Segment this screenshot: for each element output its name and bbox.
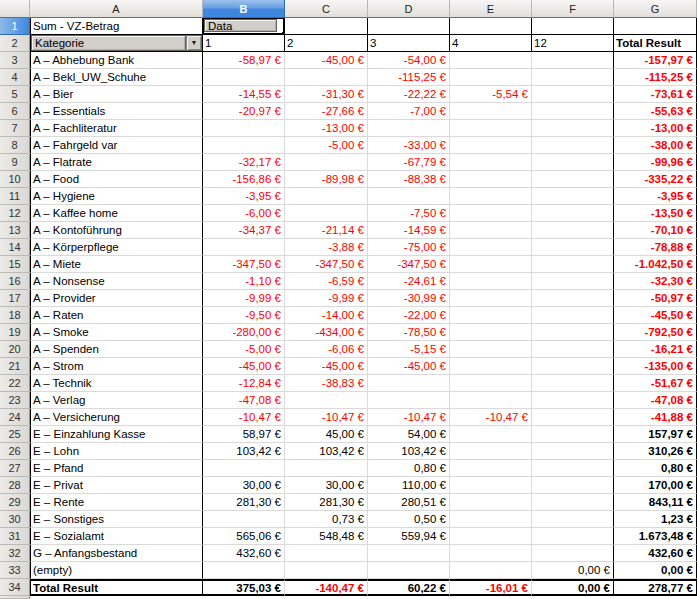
value-cell[interactable]: -7,00 € — [368, 103, 450, 120]
row-header-25[interactable]: 25 — [0, 426, 30, 443]
category-label-cell[interactable]: A – Versicherung — [30, 409, 203, 426]
value-cell[interactable] — [450, 426, 532, 443]
total-value-cell[interactable]: 432,60 € — [614, 545, 697, 562]
row-header-8[interactable]: 8 — [0, 137, 30, 154]
value-cell[interactable]: -3,88 € — [285, 239, 368, 256]
total-value-cell[interactable]: 1.673,48 € — [614, 528, 697, 545]
value-cell[interactable]: 548,48 € — [285, 528, 368, 545]
value-cell[interactable] — [450, 154, 532, 171]
value-cell[interactable] — [368, 545, 450, 562]
value-cell[interactable]: 0,80 € — [368, 460, 450, 477]
total-value-cell[interactable]: -70,10 € — [614, 222, 697, 239]
value-cell[interactable] — [532, 494, 614, 511]
value-cell[interactable] — [532, 103, 614, 120]
value-cell[interactable] — [450, 443, 532, 460]
value-cell[interactable]: -47,08 € — [203, 392, 285, 409]
row-header-9[interactable]: 9 — [0, 154, 30, 171]
category-label-cell[interactable]: A – Food — [30, 171, 203, 188]
category-label-cell[interactable]: A – Fachliteratur — [30, 120, 203, 137]
value-cell[interactable]: -54,00 € — [368, 52, 450, 69]
value-cell[interactable]: -115,25 € — [368, 69, 450, 86]
cell-E1[interactable] — [450, 18, 532, 35]
value-cell[interactable]: -347,50 € — [368, 256, 450, 273]
value-cell[interactable]: 103,42 € — [285, 443, 368, 460]
value-cell[interactable]: -347,50 € — [203, 256, 285, 273]
value-cell[interactable]: 58,97 € — [203, 426, 285, 443]
category-label-cell[interactable]: E – Sozialamt — [30, 528, 203, 545]
value-cell[interactable] — [532, 341, 614, 358]
row-header-32[interactable]: 32 — [0, 545, 30, 562]
row-header-13[interactable]: 13 — [0, 222, 30, 239]
value-cell[interactable] — [532, 86, 614, 103]
total-value-cell[interactable]: -99,96 € — [614, 154, 697, 171]
cell-B1-active[interactable]: Data — [203, 18, 285, 35]
value-cell[interactable]: 110,00 € — [368, 477, 450, 494]
value-cell[interactable] — [368, 562, 450, 579]
column-header-D[interactable]: D — [368, 0, 450, 18]
value-cell[interactable]: -156,86 € — [203, 171, 285, 188]
value-cell[interactable] — [368, 188, 450, 205]
category-label-cell[interactable]: E – Einzahlung Kasse — [30, 426, 203, 443]
total-value-cell[interactable]: -73,61 € — [614, 86, 697, 103]
value-cell[interactable] — [532, 392, 614, 409]
value-cell[interactable]: -14,55 € — [203, 86, 285, 103]
value-cell[interactable]: -5,00 € — [285, 137, 368, 154]
value-cell[interactable] — [285, 545, 368, 562]
value-cell[interactable] — [450, 69, 532, 86]
row-header-7[interactable]: 7 — [0, 120, 30, 137]
total-value-cell[interactable]: 278,77 € — [614, 579, 697, 596]
category-label-cell[interactable]: A – Abhebung Bank — [30, 52, 203, 69]
value-cell[interactable]: -30,99 € — [368, 290, 450, 307]
value-cell[interactable] — [532, 324, 614, 341]
value-cell[interactable]: 30,00 € — [203, 477, 285, 494]
cell-C1[interactable] — [285, 18, 368, 35]
category-label-cell[interactable]: G – Anfangsbestand — [30, 545, 203, 562]
value-cell[interactable] — [450, 205, 532, 222]
value-cell[interactable] — [203, 69, 285, 86]
value-cell[interactable]: -280,00 € — [203, 324, 285, 341]
total-value-cell[interactable]: 310,26 € — [614, 443, 697, 460]
row-header-17[interactable]: 17 — [0, 290, 30, 307]
row-header-27[interactable]: 27 — [0, 460, 30, 477]
value-cell[interactable]: 281,30 € — [285, 494, 368, 511]
row-header-16[interactable]: 16 — [0, 273, 30, 290]
value-cell[interactable] — [368, 375, 450, 392]
value-cell[interactable]: -14,59 € — [368, 222, 450, 239]
value-cell[interactable] — [450, 188, 532, 205]
value-cell[interactable]: -38,83 € — [285, 375, 368, 392]
value-cell[interactable]: 0,00 € — [532, 579, 614, 596]
value-cell[interactable] — [532, 290, 614, 307]
row-header-15[interactable]: 15 — [0, 256, 30, 273]
value-cell[interactable]: -347,50 € — [285, 256, 368, 273]
total-value-cell[interactable]: -13,00 € — [614, 120, 697, 137]
total-value-cell[interactable]: -78,88 € — [614, 239, 697, 256]
value-cell[interactable]: 280,51 € — [368, 494, 450, 511]
value-cell[interactable]: 432,60 € — [203, 545, 285, 562]
value-cell[interactable] — [368, 392, 450, 409]
value-cell[interactable] — [450, 375, 532, 392]
value-cell[interactable]: 565,06 € — [203, 528, 285, 545]
row-header-2[interactable]: 2 — [0, 35, 30, 52]
value-cell[interactable] — [532, 69, 614, 86]
value-cell[interactable] — [450, 273, 532, 290]
total-value-cell[interactable]: -1.042,50 € — [614, 256, 697, 273]
value-cell[interactable]: 45,00 € — [285, 426, 368, 443]
value-cell[interactable] — [450, 52, 532, 69]
value-cell[interactable] — [203, 239, 285, 256]
value-cell[interactable] — [532, 426, 614, 443]
value-cell[interactable]: -10,47 € — [450, 409, 532, 426]
category-label-cell[interactable]: A – Nonsense — [30, 273, 203, 290]
value-cell[interactable] — [450, 460, 532, 477]
category-label-cell[interactable]: A – Kaffee home — [30, 205, 203, 222]
row-header-1[interactable]: 1 — [0, 18, 30, 35]
pivot-title-cell[interactable]: Sum - VZ-Betrag — [30, 18, 203, 35]
value-cell[interactable]: -27,66 € — [285, 103, 368, 120]
row-header-12[interactable]: 12 — [0, 205, 30, 222]
total-value-cell[interactable]: 0,00 € — [614, 562, 697, 579]
value-cell[interactable] — [450, 341, 532, 358]
month-column-header-1[interactable]: 1 — [203, 35, 285, 52]
row-header-19[interactable]: 19 — [0, 324, 30, 341]
value-cell[interactable] — [532, 528, 614, 545]
value-cell[interactable]: -7,50 € — [368, 205, 450, 222]
row-header-3[interactable]: 3 — [0, 52, 30, 69]
